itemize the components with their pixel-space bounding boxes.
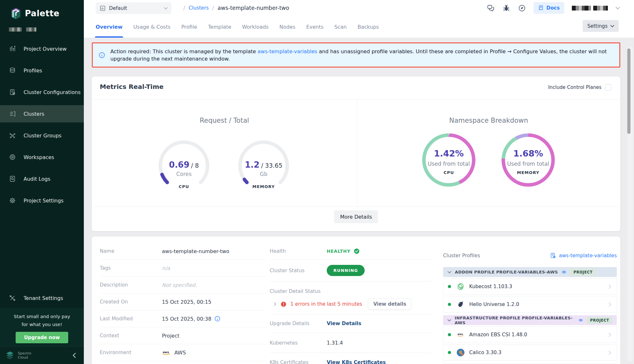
tab-overview[interactable]: Overview: [96, 16, 122, 38]
chevron-down-icon: [448, 319, 451, 322]
sidebar-item-profiles[interactable]: Profiles: [0, 62, 84, 79]
aws-logo-icon: aws: [162, 349, 171, 356]
upgrade-details-link[interactable]: View Details: [327, 321, 361, 326]
tab-profile[interactable]: Profile: [181, 16, 197, 38]
tab-backups[interactable]: Backups: [358, 16, 379, 38]
divider: [357, 99, 357, 207]
sidebar-item-tenant-settings[interactable]: Tenant Settings: [0, 289, 84, 307]
chevron-down-icon: [448, 271, 451, 273]
divider: [92, 207, 620, 207]
field-label: Context: [100, 333, 162, 339]
pack-name: Kubecost 1.103.3: [469, 284, 512, 289]
sidebar-item-label: Cluster Configurations: [24, 89, 81, 95]
cluster-detail-status-section: Cluster Detail Status 1 errors in the la…: [270, 281, 432, 314]
tab-workloads[interactable]: Workloads: [242, 16, 269, 38]
sidebar-item-label: Audit Logs: [24, 176, 50, 182]
view-k8s-certificates-link[interactable]: View K8s Certificates: [327, 360, 386, 364]
main-area: Default / Clusters / aws-template-number…: [84, 0, 634, 364]
expand-chevron-right-icon[interactable]: [273, 302, 277, 306]
scrollbar-track[interactable]: [628, 47, 633, 361]
running-status-badge[interactable]: RUNNING: [327, 265, 365, 276]
audit-search-icon: [9, 175, 16, 182]
hello-universe-icon: [456, 300, 465, 309]
sidebar-item-audit-logs[interactable]: Audit Logs: [0, 170, 84, 187]
link-icon: [561, 269, 567, 275]
sidebar-item-project-overview[interactable]: Project Overview: [0, 40, 84, 57]
view-details-button[interactable]: View details: [368, 298, 412, 310]
pack-name: Calico 3.30.3: [469, 350, 501, 355]
field-label: Last Modified: [100, 316, 162, 322]
field-label: Cluster Detail Status: [270, 288, 321, 294]
orbit-icon: [9, 154, 16, 161]
profile-pack-row-hello-universe[interactable]: Hello Universe 1.2.0: [443, 296, 617, 313]
user-menu-chevron-down-icon[interactable]: [616, 7, 620, 10]
scrollbar-thumb[interactable]: [627, 48, 630, 134]
addon-profile-group-header[interactable]: ADDON PROFILE PROFILE-VARIABLES-AWS PROJ…: [443, 267, 617, 277]
memory-request-value: 1.2: [245, 160, 259, 170]
chat-icon[interactable]: [487, 4, 495, 12]
alert-message: Action required: This cluster is managed…: [110, 48, 614, 62]
pack-name: Amazon EBS CSI 1.48.0: [469, 332, 527, 338]
upgrade-now-button[interactable]: Upgrade now: [16, 332, 68, 343]
detail-row-context: Context Project: [100, 327, 266, 344]
infrastructure-profile-group-header[interactable]: INFRASTRUCTURE PROFILE PROFILE-VARIABLES…: [443, 315, 617, 325]
profile-pack-row-kubecost[interactable]: Kubecost 1.103.3: [443, 278, 617, 295]
memory-donut-caption: Used from total: [500, 161, 556, 167]
tab-events[interactable]: Events: [306, 16, 324, 38]
kubernetes-version-value: 1.31.4: [327, 340, 343, 346]
context-value: Project: [162, 333, 179, 339]
detail-row-environment: Environment aws AWS: [100, 344, 266, 361]
memory-total-value: / 33.65: [261, 162, 282, 169]
sidebar-item-workspaces[interactable]: Workspaces: [0, 149, 84, 166]
sidebar-nav: Project Overview Profiles Cluster Config…: [0, 40, 84, 214]
user-menu[interactable]: [572, 6, 608, 11]
sidebar-item-label: Project Overview: [24, 46, 67, 52]
alert-template-link[interactable]: aws-template-variables: [258, 48, 317, 55]
cpu-total-value: / 8: [191, 162, 199, 169]
project-scope-badge: PROJECT: [570, 269, 596, 276]
tab-usage-costs[interactable]: Usage & Costs: [133, 16, 170, 38]
include-control-planes-checkbox[interactable]: [605, 84, 611, 91]
breadcrumb-separator: /: [183, 5, 185, 11]
metrics-realtime-card: Metrics Real-Time Include Control Planes…: [92, 76, 620, 231]
settings-button[interactable]: Settings: [583, 20, 619, 32]
check-circle-icon: [353, 248, 360, 254]
project-chart-icon: [99, 5, 106, 11]
top-header: Default / Clusters / aws-template-number…: [84, 0, 634, 16]
detail-row-tags: Tags n/a: [100, 260, 266, 277]
svg-text:aws: aws: [163, 351, 169, 354]
detail-row-upgrade-details: Upgrade Details View Details: [270, 314, 432, 333]
bug-report-icon[interactable]: [502, 4, 510, 12]
app-window: Palette Project Overview Profiles Cluste…: [0, 0, 634, 364]
divider: [92, 99, 620, 100]
header-actions: Docs: [487, 0, 620, 16]
info-icon[interactable]: [214, 316, 221, 322]
document-check-icon: [9, 89, 16, 96]
more-details-button[interactable]: More Details: [334, 210, 378, 223]
tab-template[interactable]: Template: [208, 16, 231, 38]
project-selector[interactable]: Default: [96, 2, 171, 14]
include-control-planes-label: Include Control Planes: [548, 84, 601, 90]
breadcrumb-clusters-link[interactable]: Clusters: [189, 5, 209, 11]
field-label: Created On: [100, 299, 162, 305]
sidebar-item-cluster-configurations[interactable]: Cluster Configurations: [0, 84, 84, 101]
include-control-planes: Include Control Planes: [548, 84, 611, 91]
tab-nodes[interactable]: Nodes: [280, 16, 295, 38]
sidebar-item-cluster-groups[interactable]: Cluster Groups: [0, 127, 84, 144]
aws-logo-icon: aws: [456, 331, 465, 339]
sidebar-item-clusters[interactable]: Clusters: [0, 105, 84, 122]
collapse-sidebar-chevron-left-icon[interactable]: [72, 353, 77, 358]
sidebar-item-label: Project Settings: [24, 198, 63, 204]
created-on-value: 15 Oct 2025, 00:15: [162, 299, 211, 305]
status-dot-green: [448, 333, 451, 336]
profile-pack-row-amazon-ebs-csi[interactable]: aws Amazon EBS CSI 1.48.0: [443, 326, 617, 343]
field-label: Kubernetes: [270, 340, 327, 346]
profile-pack-row-calico[interactable]: Calico 3.30.3: [443, 344, 617, 361]
tab-scan[interactable]: Scan: [334, 16, 347, 38]
bar-chart-icon: [9, 45, 16, 52]
template-link[interactable]: aws-template-variables: [550, 252, 617, 259]
sidebar-item-project-settings[interactable]: Project Settings: [0, 192, 84, 209]
compass-icon[interactable]: [518, 4, 526, 12]
chevron-right-icon: [608, 285, 612, 289]
docs-button[interactable]: Docs: [534, 2, 564, 14]
